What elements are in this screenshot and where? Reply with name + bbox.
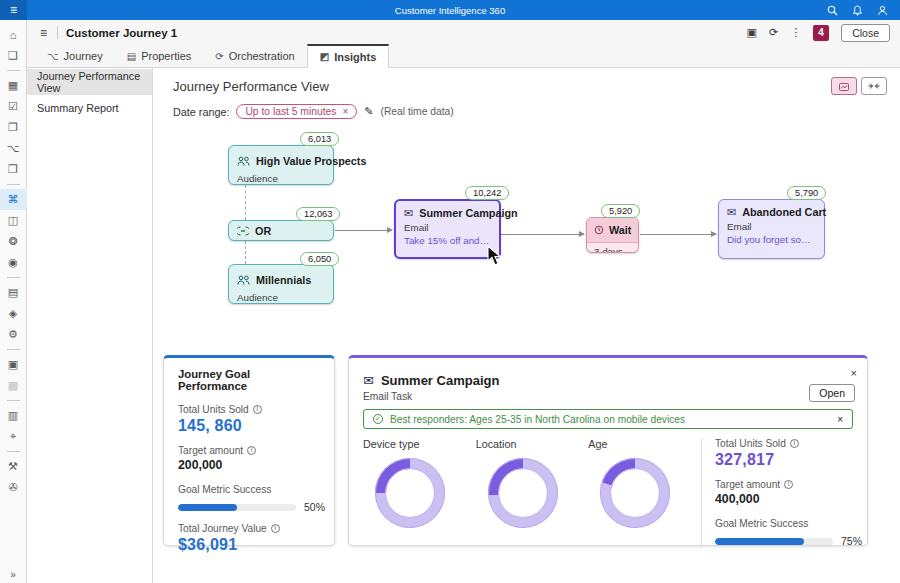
info-icon[interactable]: i <box>790 439 799 448</box>
goals-icon[interactable]: ◈ <box>0 303 27 324</box>
sidebar-item-label: Summary Report <box>37 102 119 114</box>
flow-node-millennials[interactable]: Millennials Audience <box>228 264 334 304</box>
edit-date-range-icon[interactable]: ✎ <box>364 105 373 118</box>
data-flow-icon[interactable]: ⌥ <box>0 138 27 159</box>
campaign-card-title: Summer Campaign <box>381 373 499 388</box>
alerts-count-badge[interactable]: 4 <box>813 25 829 41</box>
node-title: Summer Campaign <box>419 207 517 219</box>
home-icon[interactable]: ⌂ <box>0 24 27 45</box>
journey-performance-main: Journey Performance View Date range <box>153 68 900 583</box>
or-merge-icon <box>237 222 249 240</box>
progress-track <box>715 538 833 545</box>
tasks-icon[interactable]: ☑ <box>0 96 27 117</box>
topbar-actions <box>827 5 900 16</box>
device-type-chart: Device type <box>363 438 476 548</box>
info-icon[interactable]: i <box>253 405 262 414</box>
app-top-bar: ≡ Customer Intelligence 360 <box>0 0 900 20</box>
info-icon[interactable]: i <box>784 480 793 489</box>
node-description: Did you forget something?... <box>719 232 824 245</box>
close-button[interactable]: Close <box>841 24 890 42</box>
node-type-label: Audience <box>229 291 333 308</box>
hamburger-icon: ≡ <box>10 3 17 17</box>
refresh-icon[interactable]: ⟳ <box>769 27 778 38</box>
inactive-module-icon[interactable]: ▩ <box>0 375 27 396</box>
node-title: Abandoned Cart <box>742 206 826 218</box>
flow-node-abandoned-cart[interactable]: ✉ Abandoned Cart Email Did you forget so… <box>718 199 825 259</box>
chart-title: Location <box>476 438 589 450</box>
tab-journey[interactable]: ⌥ Journey <box>35 45 115 67</box>
apps-grid-icon[interactable]: ▦ <box>0 75 27 96</box>
divider <box>7 70 20 71</box>
campaign-card-body: Device type Location Age <box>363 438 853 548</box>
kebab-menu-icon[interactable]: ⋮ <box>790 27 801 38</box>
node-title: Wait <box>609 224 631 236</box>
node-count-badge: 6,013 <box>300 132 339 146</box>
sidebar-item-journey-performance-view[interactable]: Journey Performance View <box>27 69 152 95</box>
tab-label: Orchestration <box>229 50 295 62</box>
flow-node-or[interactable]: OR <box>228 220 334 241</box>
tab-insights[interactable]: ◩ Insights <box>307 44 390 68</box>
tab-orchestration[interactable]: ⟳ Orchestration <box>203 45 306 67</box>
divider <box>7 184 20 185</box>
date-range-chip-label: Up to last 5 minutes <box>245 106 336 117</box>
events-calendar-icon[interactable]: ▣ <box>0 354 27 375</box>
documents-icon[interactable]: ❐ <box>0 117 27 138</box>
connector-arrow <box>501 234 584 235</box>
activity-map-icon[interactable]: ◫ <box>0 210 27 231</box>
hamburger-menu-button[interactable]: ≡ <box>0 0 27 20</box>
node-title: Millennials <box>256 274 311 286</box>
tags-icon[interactable]: ❒ <box>0 159 27 180</box>
audience-icon <box>237 152 250 170</box>
triggers-icon[interactable]: ❂ <box>0 231 27 252</box>
metric-label: Total Journey Value i <box>178 523 320 534</box>
chart-title: Device type <box>363 438 476 450</box>
journeys-icon[interactable]: ⌘ <box>0 189 27 210</box>
location-chart: Location <box>476 438 589 548</box>
journey-goal-performance-card: Journey Goal Performance Total Units Sol… <box>163 355 335 546</box>
pin-icon[interactable]: ⌖ <box>0 426 27 447</box>
data-tables-icon[interactable]: ▥ <box>0 405 27 426</box>
date-range-chip[interactable]: Up to last 5 minutes × <box>236 104 357 119</box>
tab-properties[interactable]: ▤ Properties <box>115 45 204 67</box>
counts-toggle-icon <box>839 77 849 95</box>
flow-node-summer-campaign[interactable]: ✉ Summer Campaign Email Take 15% off and… <box>394 199 501 259</box>
module-icon[interactable]: ▣ <box>747 27 757 38</box>
journey-list-icon[interactable]: ≡ <box>37 26 49 40</box>
user-profile-icon[interactable] <box>877 5 888 16</box>
campaign-total-units-sold: 327,817 <box>715 451 853 469</box>
campaign-goal-metric-progress: 75% <box>715 535 853 547</box>
segments-icon[interactable]: ◉ <box>0 252 27 273</box>
node-count-badge: 12,063 <box>296 207 340 221</box>
sidebar-item-summary-report[interactable]: Summary Report <box>27 95 152 121</box>
show-counts-toggle-button[interactable] <box>831 77 857 95</box>
campaign-card-header: ✉ Summer Campaign × Open <box>349 366 867 388</box>
banner-close-icon[interactable]: × <box>837 414 843 425</box>
settings-icon[interactable]: ⚙ <box>0 324 27 345</box>
clock-icon <box>594 221 604 239</box>
utilities-icon[interactable]: ⚒ <box>0 456 27 477</box>
search-icon[interactable] <box>827 5 838 16</box>
plans-icon[interactable]: ▤ <box>0 282 27 303</box>
notifications-bell-icon[interactable] <box>852 5 863 16</box>
chip-remove-icon[interactable]: × <box>342 106 348 117</box>
progress-fill <box>178 504 237 511</box>
open-button[interactable]: Open <box>809 384 855 402</box>
divider <box>7 451 20 452</box>
progress-percent: 50% <box>304 501 325 513</box>
diagnostics-icon[interactable]: ✇ <box>0 477 27 498</box>
connector-arrow <box>640 234 716 235</box>
info-icon[interactable]: i <box>271 524 280 533</box>
summer-campaign-card: ✉ Summer Campaign × Open Email Task ✓ Be… <box>348 355 868 546</box>
assets-icon[interactable]: ❑ <box>0 45 27 66</box>
node-type-label: Email <box>396 221 499 233</box>
tab-icon: ⟳ <box>215 51 223 62</box>
info-icon[interactable]: i <box>247 446 256 455</box>
collapse-view-button[interactable] <box>861 77 887 95</box>
app-title: Customer Intelligence 360 <box>0 5 900 16</box>
expand-rail-button[interactable]: » <box>10 569 16 580</box>
flow-node-wait[interactable]: Wait 3 days <box>586 217 639 253</box>
card-close-icon[interactable]: × <box>851 367 857 379</box>
connector-arrow <box>335 230 392 231</box>
flow-node-high-value-prospects[interactable]: High Value Prospects Audience <box>228 145 334 185</box>
journey-tabs: ⌥ Journey ▤ Properties ⟳ Orchestration ◩… <box>27 45 900 68</box>
